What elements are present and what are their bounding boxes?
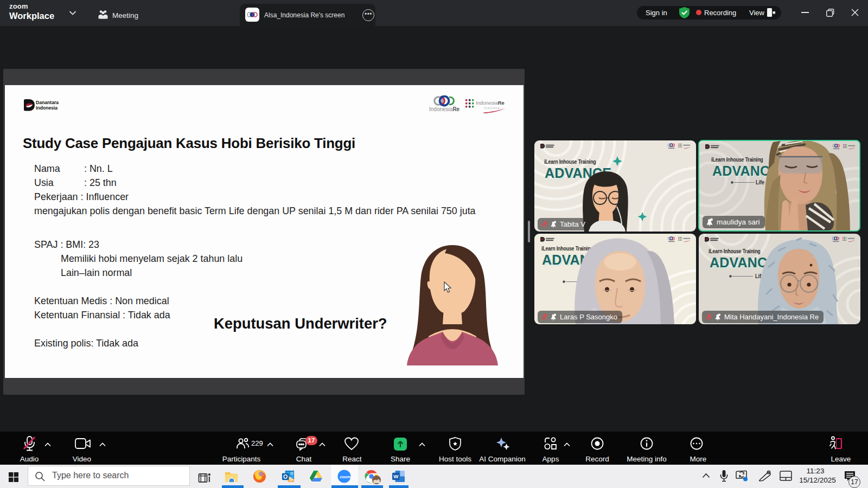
svg-text:Danantara: Danantara <box>36 100 59 105</box>
svg-text:IndonesiaRe: IndonesiaRe <box>476 100 505 106</box>
svg-text:O: O <box>283 473 288 480</box>
svg-text:W: W <box>393 473 399 479</box>
svg-text:Institute: Institute <box>484 106 500 110</box>
svg-text:Indonesia: Indonesia <box>36 105 58 111</box>
svg-text:zoom: zoom <box>340 474 350 479</box>
svg-text:IndonesiaRe: IndonesiaRe <box>429 106 460 112</box>
